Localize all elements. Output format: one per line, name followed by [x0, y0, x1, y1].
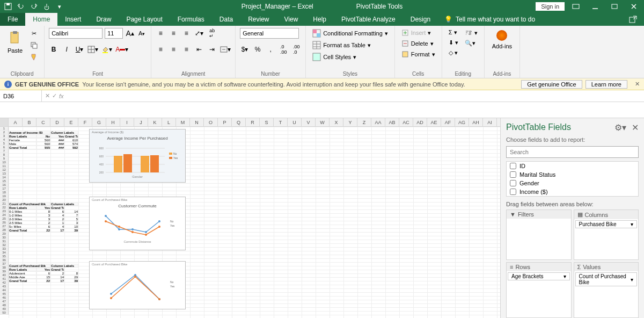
- tab-formulas[interactable]: Formulas: [170, 13, 212, 26]
- learn-more-button[interactable]: Learn more: [586, 80, 627, 89]
- cell-styles-button[interactable]: Cell Styles ▾: [310, 52, 358, 62]
- fx-icon[interactable]: fx: [59, 93, 64, 99]
- tab-review[interactable]: Review: [240, 13, 276, 26]
- formula-input[interactable]: [67, 90, 644, 102]
- increase-font-icon[interactable]: A▴: [125, 28, 135, 39]
- chart-customer-commute[interactable]: Count of Purchased Bike Customer Commute…: [89, 197, 186, 250]
- tab-help[interactable]: Help: [305, 13, 334, 26]
- field-item[interactable]: Income ($): [507, 187, 638, 196]
- pane-settings-icon[interactable]: ⚙▾: [614, 122, 626, 133]
- autosum-icon[interactable]: Σ ▾: [447, 28, 460, 37]
- enter-formula-icon[interactable]: ✓: [52, 92, 57, 99]
- pivot-table-3[interactable]: Count of Purchased BikColumn LabelsRow L…: [9, 264, 78, 283]
- touch-mode-icon[interactable]: [41, 1, 53, 12]
- decrease-decimal-icon[interactable]: .00.0: [291, 44, 301, 55]
- columns-pill[interactable]: Purchased Bike▾: [575, 220, 638, 228]
- tab-insert[interactable]: Insert: [57, 13, 89, 26]
- minimize-icon[interactable]: [587, 0, 603, 13]
- paste-button[interactable]: Paste: [4, 28, 26, 56]
- decrease-indent-icon[interactable]: ⇤: [194, 44, 204, 55]
- name-box[interactable]: D36: [0, 90, 42, 102]
- fill-icon[interactable]: ⬇ ▾: [447, 38, 460, 47]
- underline-button[interactable]: U ▾: [75, 44, 84, 55]
- align-bottom-icon[interactable]: ≡: [181, 28, 191, 39]
- border-icon[interactable]: ▾: [87, 44, 98, 55]
- cut-icon[interactable]: ✂: [28, 28, 40, 39]
- font-name-input[interactable]: [49, 28, 103, 39]
- field-item[interactable]: Gender: [507, 179, 638, 187]
- rows-area[interactable]: ≡Rows Age Brackets▾: [506, 262, 572, 318]
- redo-icon[interactable]: [28, 1, 40, 12]
- increase-indent-icon[interactable]: ⇥: [207, 44, 217, 55]
- align-right-icon[interactable]: ≡: [181, 44, 191, 55]
- tell-me-search[interactable]: 💡 Tell me what you want to do: [438, 13, 541, 26]
- copy-icon[interactable]: [28, 40, 40, 50]
- insert-cells-button[interactable]: Insert ▾: [399, 28, 434, 38]
- tab-page-layout[interactable]: Page Layout: [119, 13, 170, 26]
- rows-pill[interactable]: Age Brackets▾: [508, 272, 570, 280]
- delete-cells-button[interactable]: Delete ▾: [399, 39, 436, 48]
- format-as-table-button[interactable]: Format as Table ▾: [310, 40, 373, 50]
- bold-button[interactable]: B: [49, 44, 58, 55]
- fields-search-input[interactable]: [506, 146, 639, 158]
- sort-filter-icon[interactable]: ▾: [463, 28, 480, 38]
- fill-color-icon[interactable]: ▾: [101, 44, 112, 55]
- field-item[interactable]: ID: [507, 162, 638, 170]
- orientation-icon[interactable]: ⤢▾: [194, 28, 204, 39]
- get-genuine-button[interactable]: Get genuine Office: [521, 80, 582, 89]
- font-size-input[interactable]: [105, 28, 123, 39]
- merge-icon[interactable]: ▾: [220, 44, 231, 55]
- chart-age-brackets[interactable]: Count of Purchased Bike NoYes: [89, 261, 186, 309]
- format-cells-button[interactable]: Format ▾: [399, 49, 437, 59]
- worksheet[interactable]: ABCDEFGHIJKLMNOPQRSTUVWXYZAAABACADAEAFAG…: [0, 118, 500, 318]
- tab-view[interactable]: View: [277, 13, 306, 26]
- addins-button[interactable]: Add-ins: [489, 28, 515, 52]
- pivot-table-2[interactable]: Count of Purchased BikColumn LabelsRow L…: [9, 202, 78, 232]
- clear-icon[interactable]: ◇ ▾: [447, 48, 460, 57]
- undo-icon[interactable]: [15, 1, 27, 12]
- find-select-icon[interactable]: 🔍▾: [463, 39, 480, 48]
- increase-decimal-icon[interactable]: .0.00: [279, 44, 288, 55]
- italic-button[interactable]: I: [62, 44, 71, 55]
- number-format-select[interactable]: [240, 28, 299, 39]
- qat-dropdown-icon[interactable]: ▾: [54, 1, 65, 12]
- wrap-text-icon[interactable]: ab↵: [207, 28, 217, 39]
- values-area[interactable]: ΣValues Count of Purchased Bike▾: [574, 262, 639, 318]
- select-all-button[interactable]: [0, 118, 9, 126]
- percent-icon[interactable]: %: [253, 44, 262, 55]
- save-icon[interactable]: [2, 1, 14, 12]
- comma-icon[interactable]: ,: [266, 44, 275, 55]
- field-list[interactable]: IDMarital StatusGenderIncome ($): [506, 161, 639, 197]
- conditional-formatting-button[interactable]: Conditional Formatting ▾: [310, 28, 390, 39]
- align-top-icon[interactable]: ≡: [156, 28, 165, 39]
- group-cells: Insert ▾ Delete ▾ Format ▾ Cells: [395, 26, 442, 78]
- chart-average-income[interactable]: Average of Income ($) Average Income Per…: [89, 129, 186, 183]
- decrease-font-icon[interactable]: A▾: [137, 28, 147, 39]
- tab-draw[interactable]: Draw: [89, 13, 119, 26]
- tab-home[interactable]: Home: [25, 13, 57, 26]
- sign-in-button[interactable]: Sign in: [536, 2, 565, 11]
- align-left-icon[interactable]: ≡: [156, 44, 165, 55]
- warning-close-icon[interactable]: ✕: [635, 81, 640, 88]
- ribbon-display-icon[interactable]: [568, 0, 584, 13]
- align-center-icon[interactable]: ≡: [169, 44, 178, 55]
- accounting-icon[interactable]: $▾: [240, 44, 250, 55]
- filters-area[interactable]: ▼Filters: [506, 209, 572, 260]
- tab-data[interactable]: Data: [212, 13, 240, 26]
- align-middle-icon[interactable]: ≡: [169, 28, 178, 39]
- maximize-icon[interactable]: [606, 0, 623, 13]
- cells-area[interactable]: Average of Income ($)Column LabelsRow La…: [9, 127, 500, 318]
- pivot-table-1[interactable]: Average of Income ($)Column LabelsRow La…: [9, 131, 78, 149]
- values-pill[interactable]: Count of Purchased Bike▾: [575, 272, 638, 286]
- field-item[interactable]: Marital Status: [507, 170, 638, 179]
- pane-close-icon[interactable]: ✕: [632, 122, 639, 133]
- close-icon[interactable]: [626, 0, 642, 13]
- columns-area[interactable]: ▦Columns Purchased Bike▾: [574, 209, 639, 260]
- tab-file[interactable]: File: [0, 13, 25, 26]
- tab-design[interactable]: Design: [403, 13, 438, 26]
- format-painter-icon[interactable]: [28, 52, 40, 62]
- cancel-formula-icon[interactable]: ✕: [45, 92, 50, 99]
- share-icon[interactable]: [623, 13, 644, 26]
- font-color-icon[interactable]: A▾: [115, 44, 128, 55]
- tab-pivottable-analyze[interactable]: PivotTable Analyze: [334, 13, 403, 26]
